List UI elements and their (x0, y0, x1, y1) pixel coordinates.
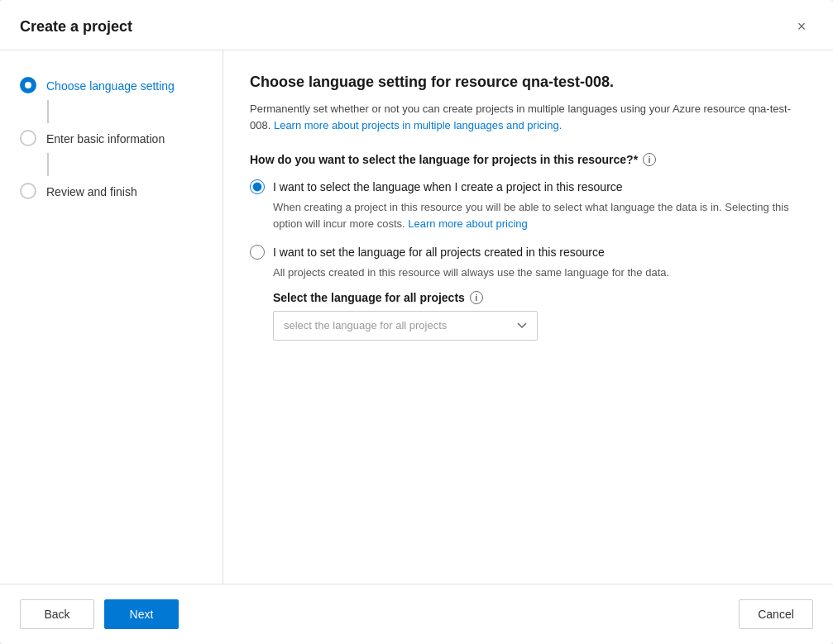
step-row-3: Review and finish (20, 176, 203, 206)
radio-option-per-project: I want to select the language when I cre… (250, 179, 807, 231)
radio-per-project-description: When creating a project in this resource… (250, 199, 807, 231)
sidebar-item-review-finish[interactable]: Review and finish (46, 184, 137, 198)
radio-all-projects-description: All projects created in this resource wi… (250, 265, 807, 281)
back-button[interactable]: Back (20, 599, 94, 629)
dialog-header: Create a project × (0, 0, 833, 50)
step-connector-2 (47, 153, 49, 176)
steps-container: Choose language setting Enter basic info… (0, 70, 223, 206)
description-link[interactable]: Learn more about projects in multiple la… (274, 119, 562, 131)
sidebar-item-choose-language[interactable]: Choose language setting (46, 79, 175, 93)
next-button[interactable]: Next (104, 599, 179, 629)
section-title: Choose language setting for resource qna… (250, 74, 807, 91)
radio-option-all-projects: I want to set the language for all proje… (250, 245, 807, 341)
question-label: How do you want to select the language f… (250, 153, 807, 166)
radio-per-project-label[interactable]: I want to select the language when I cre… (250, 179, 807, 194)
sidebar-item-basic-info[interactable]: Enter basic information (46, 131, 165, 145)
step-row-1: Choose language setting (20, 70, 203, 100)
radio-per-project-text: I want to select the language when I cre… (273, 180, 623, 193)
footer-left-buttons: Back Next (20, 599, 179, 629)
per-project-pricing-link[interactable]: Learn more about pricing (408, 217, 528, 230)
step-connector-1 (47, 100, 49, 123)
create-project-dialog: Create a project × Choose language setti… (0, 0, 833, 644)
close-button[interactable]: × (790, 15, 813, 38)
radio-all-projects-text: I want to set the language for all proje… (273, 246, 605, 259)
dialog-footer: Back Next Cancel (0, 584, 833, 644)
dialog-title: Create a project (20, 18, 132, 36)
description-text: Permanently set whether or not you can c… (250, 101, 807, 133)
language-dropdown-section: Select the language for all projects i s… (250, 291, 807, 341)
question-info-icon[interactable]: i (643, 153, 656, 166)
step-indicator-review-finish (20, 183, 36, 199)
dialog-body: Choose language setting Enter basic info… (0, 50, 833, 584)
cancel-button[interactable]: Cancel (739, 599, 813, 629)
language-select[interactable]: select the language for all projects (273, 311, 538, 341)
dropdown-label: Select the language for all projects i (273, 291, 807, 304)
radio-per-project-input[interactable] (250, 179, 265, 194)
dropdown-info-icon[interactable]: i (470, 291, 483, 304)
radio-all-projects-label[interactable]: I want to set the language for all proje… (250, 245, 807, 260)
sidebar: Choose language setting Enter basic info… (0, 50, 223, 584)
step-indicator-choose-language (20, 77, 36, 93)
step-row-2: Enter basic information (20, 123, 203, 153)
step-indicator-basic-info (20, 130, 36, 146)
main-content: Choose language setting for resource qna… (223, 50, 833, 584)
radio-all-projects-input[interactable] (250, 245, 265, 260)
